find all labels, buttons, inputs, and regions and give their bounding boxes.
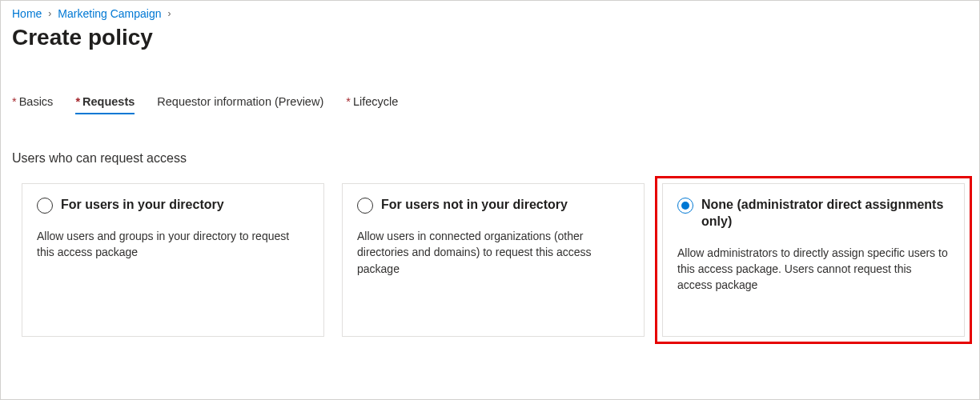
section-heading: Users who can request access (12, 151, 968, 166)
required-asterisk: * (12, 95, 17, 108)
tabs: * Basics * Requests Requestor informatio… (12, 95, 968, 114)
tab-basics[interactable]: * Basics (12, 95, 53, 114)
option-title: For users not in your directory (381, 197, 568, 214)
radio-icon (357, 198, 373, 214)
breadcrumb-link-home[interactable]: Home (12, 7, 42, 20)
tab-label: Requestor information (Preview) (157, 95, 323, 108)
access-options: For users in your directory Allow users … (12, 183, 968, 337)
option-title: For users in your directory (61, 197, 224, 214)
chevron-right-icon: › (48, 8, 51, 19)
tab-label: Requests (82, 95, 135, 108)
option-title: None (administrator direct assignments o… (701, 197, 950, 230)
chevron-right-icon: › (168, 8, 171, 19)
option-description: Allow administrators to directly assign … (677, 245, 950, 294)
option-none-admin-direct[interactable]: None (administrator direct assignments o… (662, 183, 965, 337)
option-users-not-in-directory[interactable]: For users not in your directory Allow us… (342, 183, 645, 337)
option-description: Allow users and groups in your directory… (37, 228, 309, 261)
required-asterisk: * (346, 95, 351, 108)
option-description: Allow users in connected organizations (… (357, 228, 629, 277)
option-users-in-directory[interactable]: For users in your directory Allow users … (22, 183, 324, 337)
page-title: Create policy (12, 25, 968, 50)
radio-icon-checked (677, 198, 693, 214)
required-asterisk: * (75, 95, 80, 108)
radio-icon (37, 198, 53, 214)
tab-label: Basics (19, 95, 54, 108)
tab-label: Lifecycle (353, 95, 398, 108)
tab-requests[interactable]: * Requests (75, 95, 135, 114)
breadcrumb-link-marketing-campaign[interactable]: Marketing Campaign (58, 7, 161, 20)
tab-lifecycle[interactable]: * Lifecycle (346, 95, 398, 114)
breadcrumb: Home › Marketing Campaign › (12, 7, 968, 20)
tab-requestor-information[interactable]: Requestor information (Preview) (157, 95, 323, 114)
